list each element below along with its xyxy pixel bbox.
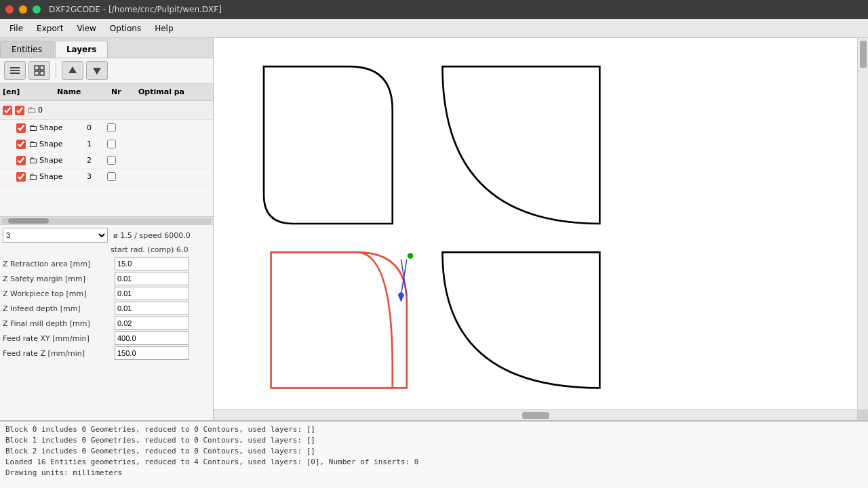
hscroll-track (1, 218, 212, 224)
settings-panel: 3 0 1 2 ø 1.5 / speed 6000.0 start rad. … (0, 224, 213, 364)
tree-row-1[interactable]: 🗀 Shape 1 (0, 136, 213, 152)
settings-row-0: Z Retraction area [mm] (3, 257, 210, 270)
label-z-infeed: Z Infeed depth [mm] (3, 304, 115, 313)
tool-info-2: start rad. (comp) 6.0 (108, 245, 191, 255)
svg-rect-5 (35, 71, 39, 75)
log-panel: Block 0 includes 0 Geometries, reduced t… (0, 420, 868, 488)
root-layer-icon: 🗀 (27, 105, 36, 115)
shape3-nr: 3 (87, 172, 107, 181)
left-panel: Entities Layers (0, 38, 214, 420)
svg-point-11 (408, 253, 413, 258)
tab-layers[interactable]: Layers (55, 41, 108, 58)
layer-toolbar (0, 58, 213, 83)
tree-row-3[interactable]: 🗀 Shape 3 (0, 169, 213, 185)
align-button[interactable] (4, 61, 26, 80)
menu-help[interactable]: Help (148, 21, 180, 36)
shape0-folder-icon: 🗀 (28, 123, 37, 133)
menubar: File Export View Options Help (0, 19, 868, 38)
label-z-safety: Z Safety margin [mm] (3, 274, 115, 283)
tabs: Entities Layers (0, 38, 213, 58)
settings-row-6: Feed rate Z [mm/min] (3, 346, 210, 360)
svg-marker-13 (398, 295, 403, 302)
shape3-opt[interactable] (107, 172, 116, 181)
titlebar: DXF2GCODE - [/home/cnc/Pulpit/wen.DXF] (0, 0, 868, 19)
layer-select[interactable]: 3 0 1 2 (3, 228, 108, 243)
root-visible-cb[interactable] (15, 106, 24, 115)
settings-row-1: Z Safety margin [mm] (3, 272, 210, 285)
shape1-folder-icon: 🗀 (28, 139, 37, 149)
header-name: Name (57, 87, 111, 96)
log-line-0: Block 0 includes 0 Geometries, reduced t… (5, 424, 863, 435)
input-feed-z[interactable] (115, 346, 189, 360)
tab-entities[interactable]: Entities (0, 41, 54, 58)
canvas-hscroll[interactable] (214, 409, 857, 420)
tool-info-1: ø 1.5 / speed 6000.0 (111, 230, 193, 241)
shape1-nr: 1 (87, 140, 107, 148)
header-en: [en] (3, 87, 57, 96)
canvas-container (214, 38, 868, 420)
shape0-cb[interactable] (16, 123, 26, 133)
label-feed-xy: Feed rate XY [mm/min] (3, 334, 115, 343)
header-opt: Optimal pa (138, 87, 184, 96)
shape0-name: Shape (39, 123, 87, 132)
shape1-opt[interactable] (107, 140, 116, 148)
hscroll-thumb[interactable] (8, 218, 49, 224)
toolbar-separator (56, 62, 56, 79)
tree-header: [en] Name Nr Optimal pa (0, 83, 213, 101)
tree-hscroll[interactable] (0, 216, 213, 224)
settings-row-3: Z Infeed depth [mm] (3, 302, 210, 315)
grid-button[interactable] (28, 61, 50, 80)
minimize-button[interactable] (19, 5, 27, 14)
log-line-4: Drawing units: millimeters (5, 468, 863, 479)
close-button[interactable] (5, 5, 14, 14)
move-down-button[interactable] (86, 61, 108, 80)
shape2-opt[interactable] (107, 156, 116, 165)
shape3-folder-icon: 🗀 (28, 171, 37, 182)
log-line-2: Block 2 includes 0 Geometries, reduced t… (5, 446, 863, 457)
canvas-area (214, 38, 868, 420)
shape3-name: Shape (39, 172, 87, 181)
header-nr: Nr (111, 87, 138, 96)
input-z-infeed[interactable] (115, 302, 189, 315)
vscroll-thumb[interactable] (860, 41, 867, 68)
shape3-cb[interactable] (16, 172, 26, 182)
input-z-workpiece[interactable] (115, 287, 189, 300)
svg-rect-4 (40, 66, 44, 70)
window-title: DXF2GCODE - [/home/cnc/Pulpit/wen.DXF] (49, 5, 222, 14)
scroll-corner (857, 409, 868, 420)
app: DXF2GCODE - [/home/cnc/Pulpit/wen.DXF] F… (0, 0, 868, 488)
label-z-final: Z Final mill depth [mm] (3, 319, 115, 328)
svg-marker-8 (93, 68, 101, 75)
input-z-retraction[interactable] (115, 257, 189, 270)
settings-row-2: Z Workpiece top [mm] (3, 287, 210, 300)
menu-options[interactable]: Options (103, 21, 148, 36)
settings-row-5: Feed rate XY [mm/min] (3, 331, 210, 345)
dxf-canvas[interactable] (214, 38, 857, 409)
shape0-opt[interactable] (107, 123, 116, 132)
root-enable-cb[interactable] (3, 106, 12, 115)
tree-row-2[interactable]: 🗀 Shape 2 (0, 152, 213, 169)
input-feed-xy[interactable] (115, 331, 189, 345)
input-z-final[interactable] (115, 317, 189, 330)
hscroll-canvas-thumb[interactable] (522, 412, 549, 419)
layer-select-row: 3 0 1 2 ø 1.5 / speed 6000.0 (3, 228, 210, 243)
body-section: Entities Layers (0, 38, 868, 420)
shape1-cb[interactable] (16, 140, 26, 149)
shape2-nr: 2 (87, 156, 107, 165)
shape0-nr: 0 (87, 123, 107, 132)
menu-view[interactable]: View (70, 21, 102, 36)
move-up-button[interactable] (62, 61, 83, 80)
label-z-retraction: Z Retraction area [mm] (3, 260, 115, 268)
menu-file[interactable]: File (3, 21, 30, 36)
shape2-cb[interactable] (16, 156, 26, 165)
svg-rect-3 (35, 66, 39, 70)
input-z-safety[interactable] (115, 272, 189, 285)
shape2-name: Shape (39, 156, 87, 165)
tree-row-0[interactable]: 🗀 Shape 0 (0, 120, 213, 136)
maximize-button[interactable] (33, 5, 41, 14)
tree-body[interactable]: 🗀 0 🗀 Shape 0 🗀 Shape 1 (0, 101, 213, 216)
label-feed-z: Feed rate Z [mm/min] (3, 349, 115, 358)
tree-root: 🗀 0 (0, 101, 213, 120)
menu-export[interactable]: Export (30, 21, 70, 36)
canvas-vscroll[interactable] (857, 38, 868, 409)
